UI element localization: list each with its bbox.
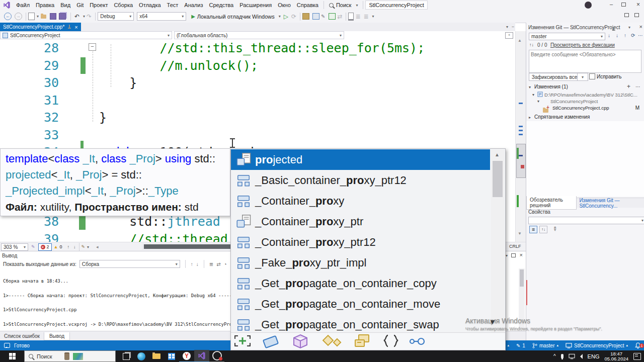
close-tab-icon[interactable]: ×: [74, 24, 77, 30]
navigate-forward-button[interactable]: →: [15, 13, 22, 20]
menu-git[interactable]: Git: [73, 0, 87, 10]
menu-project[interactable]: Проект: [87, 0, 111, 10]
stage-all-icon[interactable]: +: [627, 83, 630, 90]
network-icon[interactable]: [569, 353, 575, 359]
prev-issue-icon[interactable]: ↑: [67, 244, 70, 249]
attach-debugger-icon[interactable]: ⟳: [291, 13, 296, 20]
completion-item[interactable]: _Container_proxy_ptr12: [231, 232, 490, 252]
nav-project-dropdown[interactable]: StlConcurrencyProject▾: [0, 31, 172, 39]
changes-section-header[interactable]: Изменения (1): [534, 84, 568, 89]
menu-build[interactable]: Сборка: [111, 0, 136, 10]
fold-collapse-box[interactable]: −: [89, 43, 96, 51]
scroll-down-icon[interactable]: ▼: [518, 231, 522, 236]
warning-filter-button[interactable]: ▲ 0: [52, 244, 64, 250]
scrollbar-thumb[interactable]: [520, 269, 524, 287]
chevron-down-icon[interactable]: ▾: [37, 14, 39, 19]
chevron-down-icon[interactable]: ▾: [628, 25, 630, 30]
task-view-button[interactable]: [119, 350, 134, 362]
expander-icon[interactable]: ▸: [529, 115, 531, 120]
repo-path[interactable]: D:\RPO\maxefimov\academy\BV 312\StlC...: [544, 92, 637, 98]
taskbar-explorer[interactable]: [149, 350, 164, 362]
step-over-icon[interactable]: ⇄: [337, 13, 342, 20]
completion-item[interactable]: _Get_propagate_on_container_copy: [231, 273, 490, 294]
document-tab[interactable]: StlConcurrencyProject.cpp* ×: [0, 23, 81, 31]
completion-item[interactable]: _Get_propagate_on_container_swap: [231, 314, 490, 335]
pin-icon[interactable]: [67, 25, 71, 29]
undo-button[interactable]: ↶: [74, 13, 79, 20]
scrollbar-thumb[interactable]: [516, 144, 526, 178]
save-all-icon[interactable]: [59, 13, 66, 20]
clear-output-icon[interactable]: ◔: [224, 261, 227, 267]
close-panel-icon[interactable]: ×: [520, 252, 523, 258]
minimize-button[interactable]: –: [610, 1, 613, 7]
commit-message-input[interactable]: [529, 50, 641, 73]
branch-dropdown[interactable]: master▾: [529, 33, 605, 40]
section-more-icon[interactable]: ⋯: [635, 84, 640, 89]
pin-icon[interactable]: [612, 27, 616, 32]
spell-check-icon[interactable]: ✎: [321, 14, 325, 19]
taskbar-recorder[interactable]: [209, 350, 224, 362]
start-button[interactable]: [0, 350, 24, 362]
redo-button[interactable]: ↷: [87, 13, 92, 20]
touch-mode-icon[interactable]: ✎: [31, 244, 35, 249]
close-icon[interactable]: ×: [639, 24, 642, 30]
repository-selector[interactable]: StlConcurrencyProject ▴: [566, 342, 628, 349]
notifications-icon[interactable]: [634, 13, 639, 17]
volume-icon[interactable]: [580, 354, 583, 359]
microphone-icon[interactable]: [561, 354, 564, 358]
goto-message-icon[interactable]: ≣: [209, 261, 213, 267]
navigate-back-button[interactable]: ←: [4, 13, 12, 20]
language-indicator[interactable]: ENG: [588, 353, 600, 359]
maximize-panel-icon[interactable]: [511, 253, 516, 257]
taskbar-visual-studio[interactable]: [194, 350, 209, 362]
commit-all-button[interactable]: Зафиксировать все: [529, 73, 580, 81]
nav-scope-dropdown[interactable]: (Глобальная область)▾: [174, 31, 344, 39]
maximize-button[interactable]: [621, 3, 626, 7]
completion-item[interactable]: _Get_propagate_on_container_move: [231, 294, 490, 314]
hscroll-left-icon[interactable]: ◂: [96, 244, 99, 249]
word-wrap-icon[interactable]: ⇄: [216, 261, 220, 267]
refresh-icon[interactable]: ⟳: [631, 33, 635, 38]
notifications-button[interactable]: 1: [635, 342, 641, 349]
alphabetical-view-icon[interactable]: ↑↓: [539, 226, 547, 233]
completion-item[interactable]: _Fake_proxy_ptr_impl: [231, 252, 490, 273]
save-icon[interactable]: [50, 13, 56, 20]
property-pages-icon[interactable]: ✎: [551, 225, 559, 233]
completion-item[interactable]: _Container_proxy: [231, 191, 490, 211]
code-fix-icon[interactable]: ✎: [82, 244, 86, 249]
next-issue-icon[interactable]: ↓: [73, 244, 76, 249]
error-filter-button[interactable]: ✕ 2: [38, 243, 52, 251]
pending-edits-button[interactable]: ✎ 1: [516, 343, 525, 348]
avatar[interactable]: [585, 2, 592, 9]
taskbar-edge[interactable]: [134, 350, 149, 362]
changed-folder[interactable]: StlConcurrencyProject: [550, 99, 598, 104]
expander-icon[interactable]: ▾: [529, 85, 531, 89]
chevron-down-icon[interactable]: ▾: [87, 245, 89, 249]
tab-error-list[interactable]: Список ошибок: [0, 333, 44, 339]
completion-item[interactable]: _Basic_container_proxy_ptr12: [231, 170, 490, 191]
taskbar-yandex[interactable]: Y: [179, 350, 194, 362]
menu-analyze[interactable]: Анализ: [181, 0, 206, 10]
line-ending-indicator[interactable]: CRLF: [509, 244, 521, 249]
categorized-view-icon[interactable]: ≣: [529, 226, 537, 233]
editor-vertical-scrollbar[interactable]: ▲ ▼: [515, 31, 526, 242]
completion-item[interactable]: projected: [231, 149, 490, 170]
amend-checkbox[interactable]: [589, 73, 595, 79]
start-without-debugging-button[interactable]: ▷: [284, 13, 288, 20]
chevron-down-icon[interactable]: ▾: [372, 14, 374, 19]
find-message-icon[interactable]: ↑: [191, 261, 193, 267]
properties-object-dropdown[interactable]: ▾: [528, 217, 644, 224]
chevron-down-icon[interactable]: ▾: [83, 14, 85, 19]
menu-help[interactable]: Справка: [294, 0, 321, 10]
scrollbar-thumb[interactable]: [493, 161, 503, 197]
push-icon[interactable]: ↑: [624, 33, 626, 38]
configuration-dropdown[interactable]: Debug▾: [98, 12, 134, 21]
clock[interactable]: 18:47 05.06.2024: [604, 351, 628, 361]
menu-file[interactable]: Файл: [13, 0, 33, 10]
changed-file[interactable]: StlConcurrencyProject.cpp: [552, 105, 609, 111]
menu-debug[interactable]: Отладка: [136, 0, 164, 10]
start-debugging-button[interactable]: ▶ Локальный отладчик Windows ▾: [191, 14, 281, 20]
branch-selector[interactable]: master ▴: [532, 342, 558, 349]
taskbar-store[interactable]: [164, 350, 179, 362]
expander-icon[interactable]: ▾: [537, 99, 539, 104]
